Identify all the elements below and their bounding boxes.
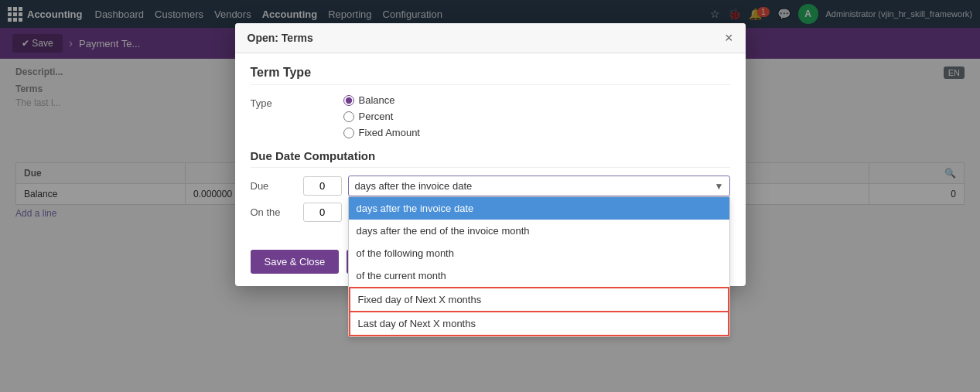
due-row: Due days after the invoice date days aft… [251,176,730,196]
dropdown-list: days after the invoice date days after t… [348,196,730,337]
modal-overlay: Open: Terms × Term Type Type Balance Per… [0,0,980,392]
type-form-group: Type Balance Percent Fixed Amount [251,94,730,138]
radio-balance[interactable]: Balance [343,94,421,106]
due-select-wrapper: days after the invoice date days after t… [348,176,730,196]
radio-percent[interactable]: Percent [343,111,421,122]
dropdown-item-fixed-day[interactable]: Fixed day of Next X months [349,287,729,312]
radio-group-type: Balance Percent Fixed Amount [343,94,421,138]
due-select[interactable]: days after the invoice date days after t… [348,176,730,196]
modal-header: Open: Terms × [235,23,746,53]
radio-fixed-amount-input[interactable] [343,128,354,138]
type-label: Type [251,94,343,109]
dropdown-item-days-after-invoice[interactable]: days after the invoice date [349,197,729,220]
dropdown-item-following-month[interactable]: of the following month [349,242,729,264]
modal-body: Term Type Type Balance Percent Fixed Amo… [235,53,746,240]
radio-percent-label: Percent [359,111,394,122]
radio-fixed-amount[interactable]: Fixed Amount [343,127,421,138]
radio-fixed-amount-label: Fixed Amount [359,127,421,138]
modal-close-button[interactable]: × [725,31,733,45]
modal: Open: Terms × Term Type Type Balance Per… [235,23,746,286]
due-date-heading: Due Date Computation [251,149,730,168]
radio-percent-input[interactable] [343,111,354,122]
radio-balance-label: Balance [359,94,395,106]
dropdown-item-current-month[interactable]: of the current month [349,264,729,287]
dropdown-item-last-day[interactable]: Last day of Next X months [349,312,729,336]
radio-balance-input[interactable] [343,95,354,106]
dropdown-item-days-after-end[interactable]: days after the end of the invoice month [349,220,729,242]
modal-title: Open: Terms [248,32,313,44]
due-number-input[interactable] [303,176,342,196]
on-the-number-input[interactable] [303,203,342,222]
term-type-heading: Term Type [251,66,730,85]
save-close-button[interactable]: Save & Close [251,250,340,274]
due-label: Due [251,180,297,192]
on-the-label: On the [251,206,297,218]
